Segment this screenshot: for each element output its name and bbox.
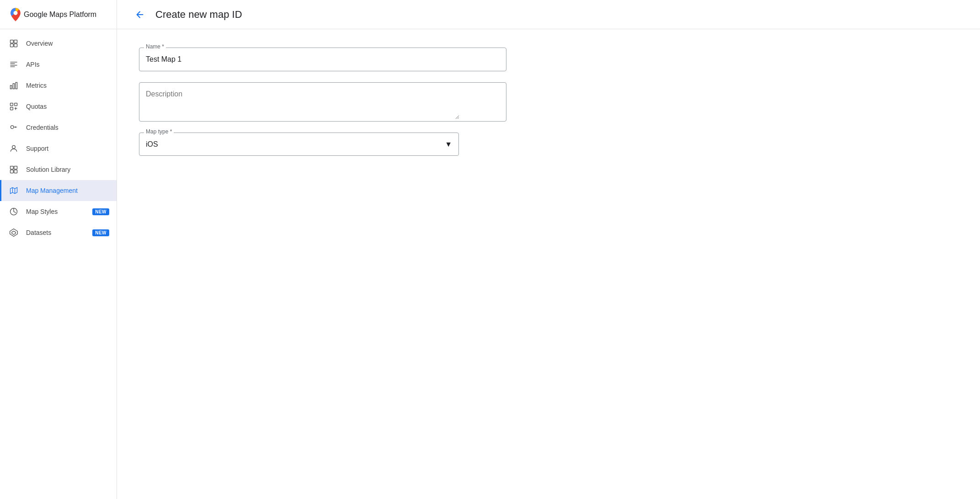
sidebar: Google Maps Platform Overview <box>0 0 117 499</box>
map-type-field-wrapper: Map type * JavaScript Android iOS ▼ <box>139 133 459 156</box>
sidebar-nav: Overview APIs M <box>0 29 117 499</box>
sidebar-item-apis-label: APIs <box>26 61 109 68</box>
svg-rect-3 <box>11 44 14 47</box>
sidebar-item-datasets-label: Datasets <box>26 229 85 236</box>
sidebar-item-map-styles[interactable]: Map Styles NEW <box>0 201 117 222</box>
sidebar-item-credentials-label: Credentials <box>26 124 109 131</box>
svg-rect-9 <box>11 85 12 89</box>
form-content: Name * Map type * JavaScript Android iOS… <box>117 29 528 185</box>
map-styles-badge: NEW <box>92 208 109 215</box>
credentials-icon <box>9 122 19 133</box>
solution-library-icon <box>9 165 19 175</box>
sidebar-item-support[interactable]: Support <box>0 138 117 159</box>
app-title: Google Maps Platform <box>24 10 96 19</box>
support-icon <box>9 143 19 154</box>
main-content-area: Create new map ID Name * Map type * Java… <box>117 0 980 499</box>
sidebar-item-apis[interactable]: APIs <box>0 54 117 75</box>
svg-rect-19 <box>11 166 14 170</box>
svg-rect-13 <box>15 103 17 106</box>
svg-rect-4 <box>14 44 17 47</box>
svg-point-17 <box>11 126 14 129</box>
map-type-field-group: Map type * JavaScript Android iOS ▼ <box>139 133 506 156</box>
sidebar-item-metrics-label: Metrics <box>26 82 109 89</box>
map-type-label: Map type * <box>144 128 174 135</box>
main-header: Create new map ID <box>117 0 980 29</box>
description-field-group <box>139 82 506 122</box>
svg-rect-11 <box>16 82 17 89</box>
datasets-icon <box>9 228 19 238</box>
sidebar-item-credentials[interactable]: Credentials <box>0 117 117 138</box>
name-input[interactable] <box>139 48 459 71</box>
map-type-select[interactable]: JavaScript Android iOS <box>139 133 458 155</box>
sidebar-item-map-styles-label: Map Styles <box>26 208 85 215</box>
quotas-icon <box>9 101 19 111</box>
sidebar-item-overview[interactable]: Overview <box>0 33 117 54</box>
sidebar-item-solution-library[interactable]: Solution Library <box>0 159 117 180</box>
svg-rect-12 <box>11 103 13 106</box>
map-management-icon <box>9 186 19 196</box>
map-styles-icon <box>9 207 19 217</box>
overview-icon <box>9 38 19 48</box>
sidebar-header: Google Maps Platform <box>0 0 117 29</box>
sidebar-item-quotas[interactable]: Quotas <box>0 96 117 117</box>
back-button[interactable] <box>132 6 148 23</box>
apis-icon <box>9 59 19 69</box>
svg-point-18 <box>12 145 16 149</box>
sidebar-item-overview-label: Overview <box>26 40 109 47</box>
name-field-wrapper: Name * <box>139 48 506 71</box>
sidebar-item-datasets[interactable]: Datasets NEW <box>0 222 117 243</box>
svg-rect-1 <box>11 40 14 43</box>
datasets-badge: NEW <box>92 229 109 236</box>
name-label: Name * <box>144 43 166 50</box>
page-title: Create new map ID <box>155 9 242 21</box>
sidebar-item-support-label: Support <box>26 145 109 152</box>
metrics-icon <box>9 80 19 90</box>
svg-point-0 <box>14 11 18 15</box>
description-field-wrapper <box>139 82 506 122</box>
svg-rect-22 <box>14 170 17 173</box>
svg-rect-14 <box>11 107 13 110</box>
sidebar-item-solution-library-label: Solution Library <box>26 166 109 173</box>
svg-rect-10 <box>13 84 14 89</box>
sidebar-item-metrics[interactable]: Metrics <box>0 75 117 96</box>
sidebar-item-map-management[interactable]: Map Management <box>0 180 117 201</box>
svg-rect-2 <box>14 40 17 43</box>
name-field-group: Name * <box>139 48 506 71</box>
sidebar-item-map-management-label: Map Management <box>26 187 109 194</box>
google-maps-logo <box>7 6 24 23</box>
svg-rect-20 <box>14 166 17 170</box>
svg-rect-21 <box>11 170 14 173</box>
svg-marker-27 <box>12 231 16 235</box>
sidebar-item-quotas-label: Quotas <box>26 103 109 110</box>
svg-marker-26 <box>10 229 18 237</box>
description-textarea[interactable] <box>139 83 459 119</box>
